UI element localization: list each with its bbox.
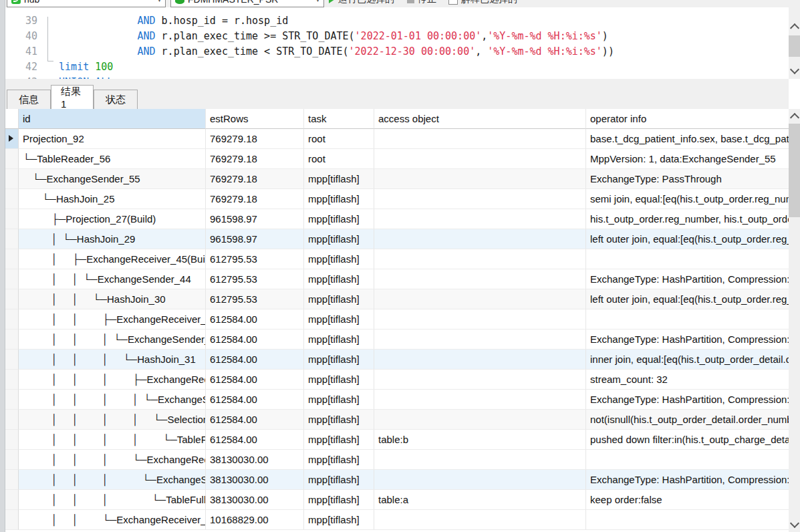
cell-estrows[interactable]: 612584.00	[206, 350, 304, 370]
cell-estrows[interactable]: 612584.00	[206, 390, 304, 410]
row-selector[interactable]	[5, 370, 19, 390]
cell-access-object[interactable]: table:a	[374, 490, 586, 510]
cell-task[interactable]: mpp[tiflash]	[304, 370, 374, 390]
connection-select[interactable]: hub ▾	[7, 0, 166, 7]
cell-id[interactable]: │ │ │ └─ExchangeSender_40	[19, 329, 206, 350]
row-selector[interactable]	[5, 470, 19, 490]
scroll-down-icon[interactable]	[790, 65, 799, 74]
sql-editor[interactable]: 39 AND b.hosp_id = r.hosp_id40 AND r.pla…	[5, 7, 789, 79]
row-selector[interactable]	[5, 390, 19, 410]
cell-task[interactable]: mpp[tiflash]	[304, 490, 374, 510]
column-header-id[interactable]: id	[19, 109, 206, 129]
cell-task[interactable]: mpp[tiflash]	[304, 249, 374, 269]
tab-status[interactable]: 状态	[94, 90, 138, 109]
cell-estrows[interactable]: 612584.00	[206, 370, 304, 390]
table-row[interactable]: │ │ │ └─ExchangeSender_40612584.00mpp[ti…	[5, 329, 789, 350]
cell-id[interactable]: │ │ │ └─HashJoin_31	[19, 350, 206, 370]
cell-operator-info[interactable]	[586, 510, 789, 530]
cell-task[interactable]: mpp[tiflash]	[304, 289, 374, 309]
table-row[interactable]: │ │ │ └─TableFullScan_3738130030.00mpp[t…	[5, 490, 789, 510]
row-selector[interactable]	[5, 309, 19, 329]
row-selector[interactable]	[5, 289, 19, 309]
cell-task[interactable]: mpp[tiflash]	[304, 430, 374, 450]
cell-operator-info[interactable]: left outer join, equal:[eq(his.t_outp_or…	[586, 229, 789, 249]
cell-access-object[interactable]	[374, 269, 586, 289]
cell-id[interactable]: │ │ └─ExchangeReceiver_44(Probe)	[19, 510, 206, 530]
cell-estrows[interactable]: 612795.53	[206, 249, 304, 269]
cell-id[interactable]: │ │ │ └─ExchangeReceiver_39(Probe)	[19, 450, 206, 470]
cell-access-object[interactable]	[374, 370, 586, 390]
cell-estrows[interactable]: 38130030.00	[206, 450, 304, 470]
table-row[interactable]: │ │ └─HashJoin_30612795.53mpp[tiflash]le…	[5, 289, 789, 309]
cell-id[interactable]: └─ExchangeSender_55	[19, 169, 206, 189]
cell-estrows[interactable]: 10168829.00	[206, 510, 304, 530]
column-header-task[interactable]: task	[304, 109, 374, 129]
scroll-down-icon[interactable]	[790, 519, 799, 528]
cell-access-object[interactable]	[374, 390, 586, 410]
table-row[interactable]: │ ├─ExchangeReceiver_45(Build)612795.53m…	[5, 249, 789, 269]
explain-selected-button[interactable]: 解释已选择的	[448, 0, 517, 7]
sql-code-line[interactable]: 39 AND b.hosp_id = r.hosp_id	[5, 13, 789, 29]
table-row[interactable]: └─ExchangeSender_55769279.18mpp[tiflash]…	[5, 169, 789, 189]
cell-estrows[interactable]: 612795.53	[206, 269, 304, 289]
cell-estrows[interactable]: 612584.00	[206, 329, 304, 350]
cell-estrows[interactable]: 961598.97	[206, 229, 304, 249]
cell-task[interactable]: mpp[tiflash]	[304, 450, 374, 470]
column-header-operator-info[interactable]: operator info	[586, 109, 789, 129]
cell-operator-info[interactable]: not(isnull(his.t_outp_order_detail.order…	[586, 410, 789, 430]
cell-operator-info[interactable]: pushed down filter:in(his.t_outp_charge_…	[586, 430, 789, 450]
scroll-up-icon[interactable]	[790, 23, 799, 33]
table-row[interactable]: │ │ │ │ └─Selection_34612584.00mpp[tifla…	[5, 410, 789, 430]
row-selector[interactable]	[5, 149, 19, 169]
cell-task[interactable]: mpp[tiflash]	[304, 269, 374, 289]
cell-task[interactable]: mpp[tiflash]	[304, 229, 374, 249]
cell-estrows[interactable]: 612795.53	[206, 289, 304, 309]
cell-task[interactable]: mpp[tiflash]	[304, 410, 374, 430]
cell-id[interactable]: │ └─HashJoin_29	[19, 229, 206, 249]
cell-access-object[interactable]	[374, 209, 586, 229]
row-selector[interactable]	[5, 209, 19, 229]
cell-access-object[interactable]	[374, 169, 586, 189]
cell-operator-info[interactable]: base.t_dcg_patient_info.sex, base.t_dcg_…	[586, 129, 789, 149]
row-selector[interactable]	[5, 269, 19, 289]
cell-task[interactable]: mpp[tiflash]	[304, 510, 374, 530]
scroll-up-icon[interactable]	[790, 113, 799, 122]
cell-id[interactable]: ├─Projection_27(Build)	[19, 209, 206, 229]
cell-task[interactable]: mpp[tiflash]	[304, 209, 374, 229]
column-header-estrows[interactable]: estRows	[206, 109, 304, 129]
cell-task[interactable]: mpp[tiflash]	[304, 329, 374, 350]
cell-id[interactable]: │ │ │ │ └─TableFullScan_33	[19, 430, 206, 450]
cell-operator-info[interactable]: left outer join, equal:[eq(his.t_outp_or…	[586, 289, 789, 309]
cell-task[interactable]: mpp[tiflash]	[304, 169, 374, 189]
cell-access-object[interactable]	[374, 149, 586, 169]
row-selector[interactable]	[5, 350, 19, 370]
cell-task[interactable]: mpp[tiflash]	[304, 309, 374, 329]
editor-vertical-scrollbar[interactable]	[789, 7, 800, 79]
table-row[interactable]: └─TableReader_56769279.18rootMppVersion:…	[5, 149, 789, 169]
cell-access-object[interactable]	[374, 450, 586, 470]
cell-operator-info[interactable]: semi join, equal:[eq(his.t_outp_order.re…	[586, 189, 789, 209]
cell-operator-info[interactable]: ExchangeType: HashPartition, Compression…	[586, 269, 789, 289]
sql-code-line[interactable]: 42 limit 100	[5, 59, 789, 75]
cell-task[interactable]: root	[304, 129, 374, 149]
cell-task[interactable]: mpp[tiflash]	[304, 350, 374, 370]
cell-estrows[interactable]: 38130030.00	[206, 490, 304, 510]
table-row[interactable]: │ │ └─ExchangeReceiver_44(Probe)10168829…	[5, 510, 789, 530]
row-selector[interactable]	[5, 410, 19, 430]
table-row[interactable]: │ │ └─ExchangeSender_44612795.53mpp[tifl…	[5, 269, 789, 289]
cell-id[interactable]: │ │ └─ExchangeSender_44	[19, 269, 206, 289]
cell-operator-info[interactable]: ExchangeType: PassThrough	[586, 169, 789, 189]
cell-estrows[interactable]: 961598.97	[206, 209, 304, 229]
cell-estrows[interactable]: 769279.18	[206, 169, 304, 189]
cell-operator-info[interactable]: ExchangeType: HashPartition, Compression…	[586, 390, 789, 410]
cell-estrows[interactable]: 612584.00	[206, 309, 304, 329]
cell-id[interactable]: Projection_92	[19, 129, 206, 149]
table-row[interactable]: │ │ │ └─ExchangeSender_3838130030.00mpp[…	[5, 470, 789, 490]
cell-operator-info[interactable]: ExchangeType: HashPartition, Compression…	[586, 470, 789, 490]
table-row[interactable]: │ │ │ ├─ExchangeReceiver_36(Build)612584…	[5, 370, 789, 390]
row-selector[interactable]	[5, 189, 19, 209]
cell-id[interactable]: │ │ └─HashJoin_30	[19, 289, 206, 309]
cell-task[interactable]: mpp[tiflash]	[304, 470, 374, 490]
cell-access-object[interactable]	[374, 410, 586, 430]
run-selected-button[interactable]: 运行已选择的	[329, 0, 394, 7]
